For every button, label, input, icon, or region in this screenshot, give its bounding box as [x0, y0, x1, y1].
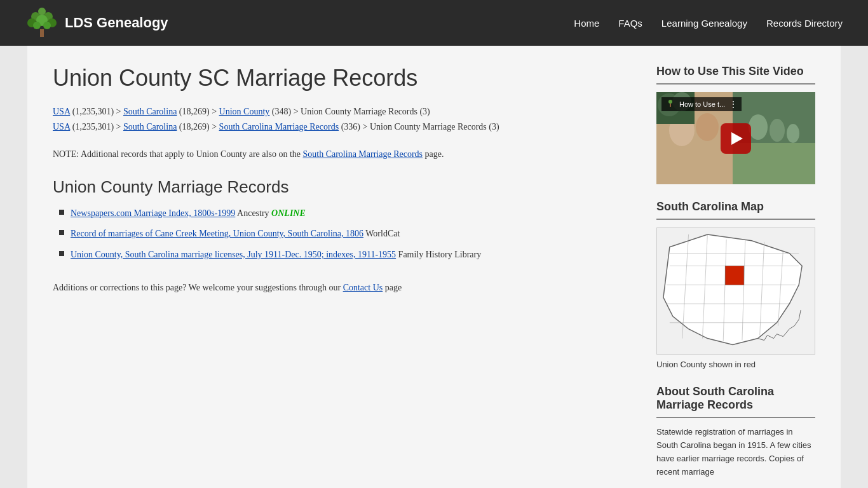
page-title: Union County SC Marriage Records [53, 65, 631, 92]
sc-map-container [656, 227, 815, 356]
video-title-text: How to Use t... [679, 100, 725, 108]
video-logo-icon [665, 99, 675, 109]
breadcrumb-sc-2[interactable]: South Carolina [123, 122, 177, 132]
note-sc-marriage-link[interactable]: South Carolina Marriage Records [302, 149, 423, 159]
record-link-3[interactable]: Union County, South Carolina marriage li… [71, 250, 396, 259]
bullet-icon [59, 251, 64, 256]
record-link-2[interactable]: Record of marriages of Cane Creek Meetin… [71, 229, 363, 238]
additions-text: Additions or corrections to this page? W… [53, 281, 631, 295]
breadcrumb-sc-marriage[interactable]: South Carolina Marriage Records [219, 122, 339, 132]
sidebar-video-section: How to Use This Site Video [656, 65, 815, 184]
svg-point-12 [749, 114, 768, 140]
bullet-icon [59, 230, 64, 235]
site-header: LDS Genealogy Home FAQs Learning Genealo… [0, 0, 868, 46]
logo-text: LDS Genealogy [65, 15, 168, 31]
sidebar-map-title: South Carolina Map [656, 200, 815, 214]
sidebar-video-title: How to Use This Site Video [656, 65, 815, 78]
nav-home[interactable]: Home [574, 15, 599, 32]
play-button[interactable] [721, 123, 751, 154]
nav-records[interactable]: Records Directory [766, 15, 843, 32]
bullet-icon [59, 210, 64, 215]
list-item: Record of marriages of Cane Creek Meetin… [59, 227, 631, 241]
breadcrumb-line-2: USA (1,235,301) > South Carolina (18,269… [53, 119, 631, 135]
video-thumbnail[interactable]: How to Use t... ⋮ [656, 92, 815, 184]
logo-tree-icon [25, 6, 58, 39]
contact-us-link[interactable]: Contact Us [343, 283, 383, 292]
sidebar-divider-2 [656, 219, 815, 220]
svg-rect-34 [725, 266, 744, 285]
nav-faqs[interactable]: FAQs [618, 15, 642, 32]
sidebar-divider-3 [656, 417, 815, 418]
sc-map-caption: Union County shown in red [656, 360, 815, 369]
nav-learning[interactable]: Learning Genealogy [661, 15, 747, 32]
record-link-1[interactable]: Newspapers.com Marriage Index, 1800s-199… [71, 208, 235, 218]
logo-area: LDS Genealogy [25, 6, 574, 39]
svg-point-13 [770, 119, 785, 142]
sidebar-about-title: About South Carolina Marriage Records [656, 385, 815, 412]
main-nav: Home FAQs Learning Genealogy Records Dir… [574, 15, 843, 32]
svg-marker-23 [663, 234, 802, 345]
video-title-bar: How to Use t... ⋮ [661, 97, 742, 111]
main-wrapper: Union County SC Marriage Records USA (1,… [27, 46, 841, 488]
about-text: Statewide registration of marriages in S… [656, 426, 815, 478]
sidebar-divider-1 [656, 83, 815, 85]
svg-rect-22 [670, 104, 671, 107]
play-triangle-icon [731, 132, 743, 145]
note-text: NOTE: Additional records that apply to U… [53, 147, 631, 161]
section-title: Union County Marriage Records [53, 177, 631, 197]
breadcrumb-area: USA (1,235,301) > South Carolina (18,269… [53, 104, 631, 135]
breadcrumb-usa-2[interactable]: USA [53, 122, 70, 132]
sidebar-about-section: About South Carolina Marriage Records St… [656, 385, 815, 478]
sidebar-map-section: South Carolina Map [656, 200, 815, 369]
list-item: Newspapers.com Marriage Index, 1800s-199… [59, 207, 631, 220]
breadcrumb-sc-1[interactable]: South Carolina [123, 107, 177, 116]
records-list: Newspapers.com Marriage Index, 1800s-199… [53, 207, 631, 262]
sc-map-svg [656, 227, 815, 355]
svg-point-21 [668, 100, 672, 104]
svg-point-17 [696, 113, 719, 141]
online-badge-1: ONLINE [271, 208, 306, 218]
svg-point-14 [787, 124, 799, 143]
list-item: Union County, South Carolina marriage li… [59, 248, 631, 262]
svg-point-6 [33, 22, 41, 29]
main-content: Union County SC Marriage Records USA (1,… [53, 65, 631, 488]
sidebar: How to Use This Site Video [656, 65, 815, 488]
breadcrumb-usa-1[interactable]: USA [53, 107, 70, 116]
svg-point-7 [43, 22, 51, 29]
breadcrumb-line-1: USA (1,235,301) > South Carolina (18,269… [53, 104, 631, 119]
svg-rect-8 [40, 29, 44, 37]
breadcrumb-union-county[interactable]: Union County [219, 107, 270, 116]
